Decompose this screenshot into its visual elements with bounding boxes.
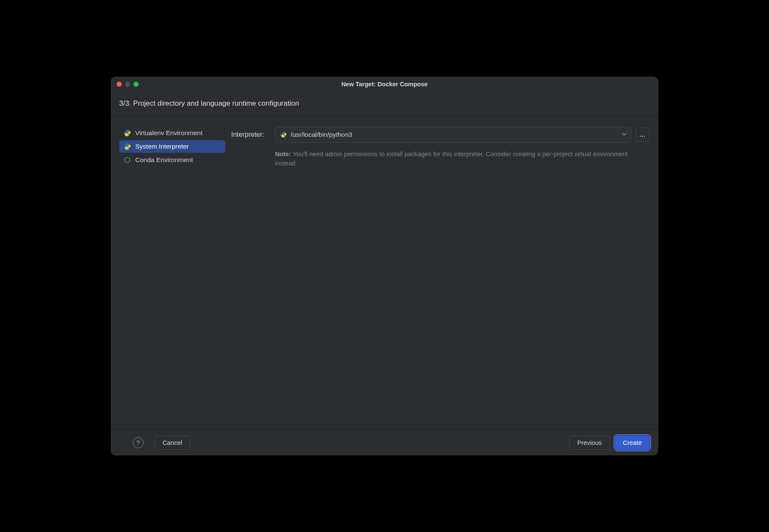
titlebar: New Target: Docker Compose xyxy=(111,77,658,92)
sidebar-item-system-interpreter[interactable]: System Interpreter xyxy=(119,140,225,153)
close-window-button[interactable] xyxy=(117,82,122,87)
create-label: Create xyxy=(623,439,642,446)
help-icon: ? xyxy=(136,439,140,446)
dialog-window: New Target: Docker Compose 3/3. Project … xyxy=(111,77,658,455)
help-button[interactable]: ? xyxy=(133,437,144,448)
cancel-button[interactable]: Cancel xyxy=(155,436,190,450)
python-icon xyxy=(280,131,287,138)
previous-label: Previous xyxy=(577,439,602,446)
sidebar-item-label: Conda Environment xyxy=(135,156,193,164)
conda-icon xyxy=(123,156,131,164)
step-title: 3/3. Project directory and language runt… xyxy=(111,92,658,116)
window-title: New Target: Docker Compose xyxy=(341,81,427,88)
sidebar-item-label: System Interpreter xyxy=(135,143,189,150)
browse-button[interactable]: ... xyxy=(635,128,650,142)
previous-button[interactable]: Previous xyxy=(569,436,610,450)
interpreter-select[interactable]: /usr/local/bin/python3 xyxy=(275,127,631,143)
main-panel: Interpreter: /usr/local/bin/python3 xyxy=(231,127,650,429)
content-area: Virtualenv Environment System Interprete… xyxy=(111,116,658,429)
window-controls xyxy=(117,82,139,87)
minimize-window-button[interactable] xyxy=(125,82,130,87)
interpreter-row: Interpreter: /usr/local/bin/python3 xyxy=(231,127,650,143)
interpreter-label: Interpreter: xyxy=(231,131,271,138)
cancel-label: Cancel xyxy=(163,439,182,446)
interpreter-select-wrap: /usr/local/bin/python3 ... xyxy=(275,127,650,143)
chevron-down-icon xyxy=(622,131,627,138)
sidebar-item-label: Virtualenv Environment xyxy=(135,129,203,137)
interpreter-type-sidebar: Virtualenv Environment System Interprete… xyxy=(119,127,225,429)
svg-point-0 xyxy=(125,157,130,162)
dialog-footer: ? Cancel Previous Create xyxy=(111,429,658,455)
sidebar-item-conda[interactable]: Conda Environment xyxy=(119,154,225,166)
maximize-window-button[interactable] xyxy=(134,82,139,87)
ellipsis-icon: ... xyxy=(640,131,646,138)
interpreter-value: /usr/local/bin/python3 xyxy=(291,131,618,138)
note-label: Note: xyxy=(275,150,291,157)
interpreter-note: Note: You'll need admin permissions to i… xyxy=(231,149,650,168)
python-icon xyxy=(123,129,131,137)
create-button[interactable]: Create xyxy=(615,436,650,450)
sidebar-item-virtualenv[interactable]: Virtualenv Environment xyxy=(119,127,225,139)
python-icon xyxy=(123,143,131,150)
note-text: You'll need admin permissions to install… xyxy=(275,150,627,167)
